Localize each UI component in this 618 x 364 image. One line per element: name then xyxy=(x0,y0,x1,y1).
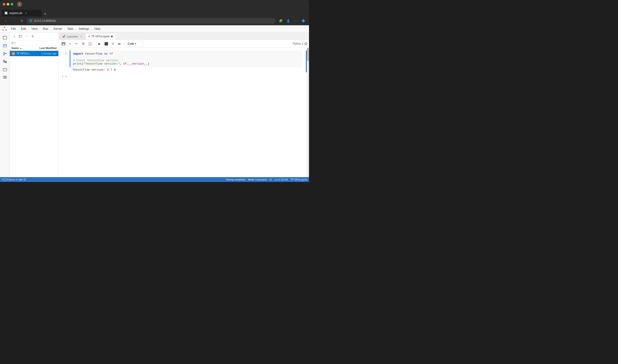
new-tab-button[interactable]: + xyxy=(42,12,48,16)
notebook-icon: nb xyxy=(12,52,15,55)
toolbar-separator-1 xyxy=(95,41,95,46)
notebook-tab-icon: ■ xyxy=(89,35,90,38)
cell-2-content xyxy=(70,73,303,80)
svg-point-9 xyxy=(3,52,4,53)
tab-launcher[interactable]: 🚀 Launcher ✕ xyxy=(60,33,85,39)
browser-tab[interactable]: 🔄 JupyterLab ✕ xyxy=(2,10,42,16)
upload-button[interactable]: ↑ xyxy=(24,34,29,39)
new-launcher-button[interactable]: + xyxy=(12,34,17,39)
cell-1-output: TensorFlow version: 2.7.0 xyxy=(70,67,302,72)
account-icon[interactable]: 👤 xyxy=(285,18,291,24)
interrupt-button[interactable]: ⬛ xyxy=(103,41,109,47)
status-mode: Mode: Command xyxy=(248,178,267,181)
svg-point-3 xyxy=(5,29,7,31)
browser-chrome xyxy=(0,0,309,8)
breadcrumb-path: / xyxy=(15,41,16,45)
url-text: 10.0.0.14:8888/lab xyxy=(34,19,56,22)
menu-bar: File Edit View Run Kernel Tabs Settings … xyxy=(0,25,309,32)
more-icon[interactable]: ⋯ xyxy=(293,18,299,24)
status-bar-right: Saving completed Mode: Command Ln 4, Col… xyxy=(226,178,307,181)
security-icon: 🌐 xyxy=(29,19,32,22)
menu-view[interactable]: View xyxy=(29,26,40,31)
kernel-status-circle xyxy=(305,42,307,45)
cell-execution-count-1: 1: xyxy=(59,50,70,72)
notebook-content[interactable]: 1: import tensorflow as tf # Check Tenso… xyxy=(59,48,307,177)
save-button[interactable]: 💾 xyxy=(60,41,66,47)
sidebar-icon-puzzle[interactable] xyxy=(1,74,8,81)
sidebar-icon-git[interactable] xyxy=(1,50,8,57)
restart-button[interactable]: ↺ xyxy=(110,41,116,47)
tab-title: JupyterLab xyxy=(9,12,22,15)
menu-file[interactable]: File xyxy=(9,26,18,31)
file-list-header[interactable]: Name ▲ Last Modified xyxy=(10,46,58,51)
tab-close-button[interactable]: ✕ xyxy=(25,12,27,15)
jupyter-logo xyxy=(2,26,7,31)
status-bar: 0 Python 3 | Idle Saving completed Mode:… xyxy=(0,177,309,182)
extensions-icon[interactable]: 🧩 xyxy=(277,18,284,24)
status-kernel-cell: Python 3 | Idle xyxy=(7,178,23,181)
menu-run[interactable]: Run xyxy=(41,26,50,31)
sort-icon: ▲ xyxy=(20,47,22,50)
sidebar-icon-filebrowser2[interactable] xyxy=(1,66,8,73)
svg-point-24 xyxy=(270,179,271,181)
toolbar-separator-2 xyxy=(124,41,124,46)
cell-1: 1: import tensorflow as tf # Check Tenso… xyxy=(59,50,307,72)
status-saving: Saving completed xyxy=(226,178,245,181)
file-row[interactable]: nb TF GPUs.ipynb 2 minutes ago xyxy=(10,51,58,56)
new-folder-button[interactable] xyxy=(18,34,23,39)
address-bar: ‹ › ↻ 🌐 10.0.0.14:8888/lab 🧩 👤 ⋯ 🔷 xyxy=(0,16,309,25)
tab-icon: 🔄 xyxy=(4,12,8,15)
status-filename: TF GPUs.ipynb xyxy=(291,178,307,181)
menu-edit[interactable]: Edit xyxy=(19,26,28,31)
menu-tabs[interactable]: Tabs xyxy=(65,26,76,31)
breadcrumb: / xyxy=(10,41,58,46)
maximize-button[interactable] xyxy=(11,3,13,6)
refresh-button[interactable]: ↻ xyxy=(30,34,36,39)
cut-button[interactable]: ✂ xyxy=(74,41,79,47)
insert-cell-button[interactable]: + xyxy=(67,41,73,47)
minimize-button[interactable] xyxy=(7,3,9,6)
content-area: 🚀 Launcher ✕ ■ TF GPUs.ipynb 💾 + ✂ ⧉ 📋 ▶ xyxy=(59,32,309,177)
reload-button[interactable]: ↻ xyxy=(19,18,25,24)
svg-rect-22 xyxy=(4,179,6,181)
name-column-header: Name ▲ xyxy=(12,47,32,50)
sidebar-icons xyxy=(0,32,10,177)
svg-rect-15 xyxy=(3,60,5,61)
svg-rect-13 xyxy=(3,61,5,62)
status-icon xyxy=(269,178,272,181)
close-button[interactable] xyxy=(3,3,5,6)
cell-2-input[interactable] xyxy=(70,73,303,80)
edge-icon[interactable]: 🔷 xyxy=(300,18,306,24)
svg-rect-19 xyxy=(12,42,14,44)
sidebar-icon-filetree[interactable] xyxy=(1,42,8,49)
tab-notebook[interactable]: ■ TF GPUs.ipynb xyxy=(86,33,116,39)
restart-run-all-button[interactable]: ⏭ xyxy=(116,41,122,47)
cell-type-value: Code xyxy=(128,42,134,45)
cell-type-dropdown[interactable]: Code ▾ xyxy=(126,41,144,47)
scrollbar-thumb[interactable] xyxy=(307,48,309,61)
scrollbar-track[interactable] xyxy=(307,48,309,177)
forward-button[interactable]: › xyxy=(11,18,17,24)
file-panel-toolbar: + ↑ ↻ xyxy=(10,32,58,41)
url-bar[interactable]: 🌐 10.0.0.14:8888/lab xyxy=(27,18,276,24)
svg-point-2 xyxy=(2,29,3,31)
launcher-tab-label: Launcher xyxy=(67,35,78,38)
sidebar-icon-extensions[interactable] xyxy=(1,58,8,65)
menu-settings[interactable]: Settings xyxy=(76,26,91,31)
launcher-tab-icon: 🚀 xyxy=(62,35,65,38)
menu-help[interactable]: Help xyxy=(92,26,103,31)
kernel-name: Python 3 xyxy=(293,42,303,45)
cell-1-input[interactable]: import tensorflow as tf # Check TensorFl… xyxy=(70,50,302,67)
browser-toolbar-right: 🧩 👤 ⋯ 🔷 xyxy=(277,18,306,24)
run-cell-button[interactable]: ▶ xyxy=(97,41,102,47)
cell-1-content: import tensorflow as tf # Check TensorFl… xyxy=(70,50,302,72)
menu-kernel[interactable]: Kernel xyxy=(51,26,64,31)
sidebar-icon-filebrowser[interactable] xyxy=(1,34,8,41)
launcher-tab-close[interactable]: ✕ xyxy=(79,35,82,38)
copy-button[interactable]: ⧉ xyxy=(80,41,86,47)
unsaved-indicator xyxy=(111,36,113,37)
notebook-toolbar: 💾 + ✂ ⧉ 📋 ▶ ⬛ ↺ ⏭ Code ▾ Python 3 xyxy=(59,40,309,48)
back-button[interactable]: ‹ xyxy=(3,18,9,24)
paste-button[interactable]: 📋 xyxy=(87,41,93,47)
svg-rect-17 xyxy=(3,68,7,71)
